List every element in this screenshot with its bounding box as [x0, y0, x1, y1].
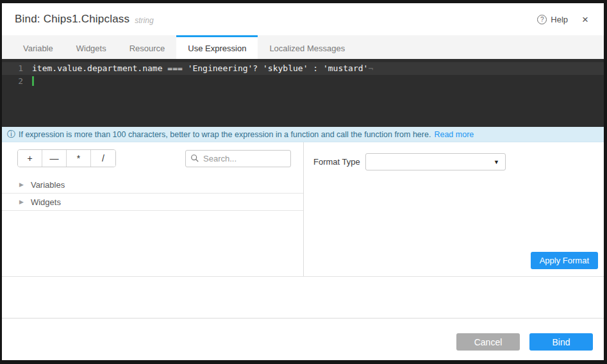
info-message: If expression is more than 100 character… [19, 130, 431, 139]
caret-right-icon[interactable]: ▶ [19, 181, 24, 188]
tab-use-expression[interactable]: Use Expression [176, 35, 258, 59]
expression-code: item.value.department.name === 'Engineer… [23, 62, 373, 75]
bind-type-label: string [135, 13, 153, 25]
minus-operator-button[interactable]: — [42, 150, 67, 167]
divide-operator-button[interactable]: / [91, 150, 115, 167]
dropdown-arrow-icon: ▼ [494, 159, 499, 165]
dialog-header: Bind: Chips1.Chipclass string ? Help × [2, 3, 604, 35]
code-line: 1 item.value.department.name === 'Engine… [2, 62, 604, 75]
trailing-newline-mark: ¬ [368, 63, 373, 73]
tab-resource[interactable]: Resource [118, 35, 177, 59]
text-cursor [32, 76, 34, 86]
caret-right-icon[interactable]: ▶ [19, 199, 24, 205]
bind-dialog: Bind: Chips1.Chipclass string ? Help × V… [2, 3, 604, 360]
tree-item-variables[interactable]: ▶ Variables [2, 176, 303, 194]
info-icon: ⓘ [7, 129, 15, 140]
expression-code-editor[interactable]: 1 item.value.department.name === 'Engine… [2, 59, 604, 127]
main-area: + — * / ▶ Variables [2, 142, 604, 277]
dialog-footer: Cancel Bind [2, 318, 604, 360]
search-input[interactable] [185, 150, 291, 167]
format-panel: Format Type ▼ Apply Format [304, 142, 604, 276]
tree-item-widgets[interactable]: ▶ Widgets [2, 194, 303, 211]
plus-operator-button[interactable]: + [18, 150, 42, 167]
dialog-title: Bind: Chips1.Chipclass [15, 13, 129, 26]
search-box [185, 150, 291, 167]
line-number: 2 [2, 75, 23, 88]
help-label: Help [551, 15, 568, 24]
binding-source-tree: ▶ Variables ▶ Widgets [2, 176, 303, 211]
operator-button-group: + — * / [17, 149, 116, 167]
tab-widgets[interactable]: Widgets [65, 35, 118, 59]
read-more-link[interactable]: Read more [434, 130, 474, 139]
operator-toolbar: + — * / [2, 149, 303, 167]
cancel-button[interactable]: Cancel [456, 333, 520, 351]
expression-builder-panel: + — * / ▶ Variables [2, 142, 304, 276]
close-icon[interactable]: × [579, 13, 591, 26]
format-type-select[interactable]: ▼ [365, 153, 506, 170]
empty-code-line [23, 75, 34, 88]
code-line: 2 [2, 75, 604, 88]
tree-item-label: Widgets [31, 197, 61, 207]
tab-localized-messages[interactable]: Localized Messages [258, 35, 356, 59]
empty-section [2, 277, 604, 318]
tree-item-label: Variables [31, 180, 65, 190]
header-actions: ? Help × [537, 13, 591, 26]
format-type-label: Format Type [313, 157, 365, 167]
expression-info-bar: ⓘ If expression is more than 100 charact… [2, 127, 604, 142]
help-question-icon: ? [537, 15, 547, 24]
bind-button[interactable]: Bind [529, 333, 593, 351]
tab-variable[interactable]: Variable [12, 35, 65, 59]
line-number: 1 [2, 62, 23, 75]
tab-bar: Variable Widgets Resource Use Expression… [2, 35, 604, 59]
format-type-row: Format Type ▼ [313, 153, 594, 170]
apply-format-button[interactable]: Apply Format [531, 252, 598, 269]
help-button[interactable]: ? Help [537, 15, 568, 24]
multiply-operator-button[interactable]: * [67, 150, 91, 167]
